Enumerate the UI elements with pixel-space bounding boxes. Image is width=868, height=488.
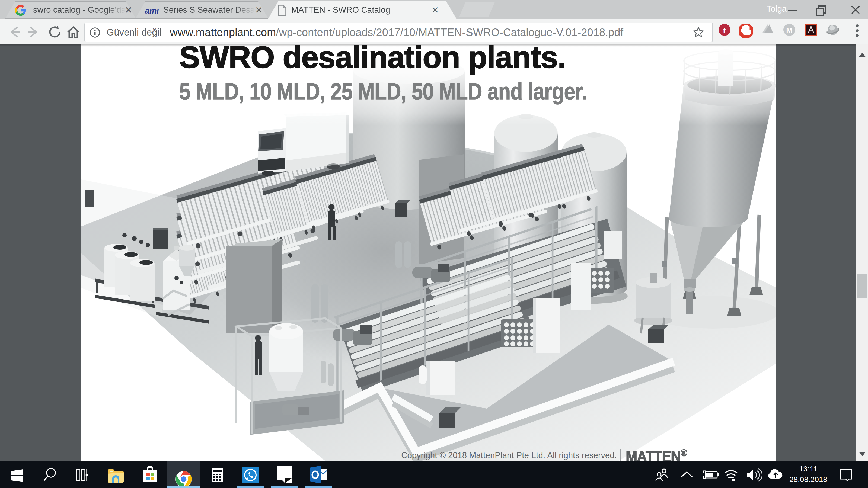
- svg-text:M: M: [786, 26, 792, 34]
- svg-text:t: t: [723, 25, 726, 35]
